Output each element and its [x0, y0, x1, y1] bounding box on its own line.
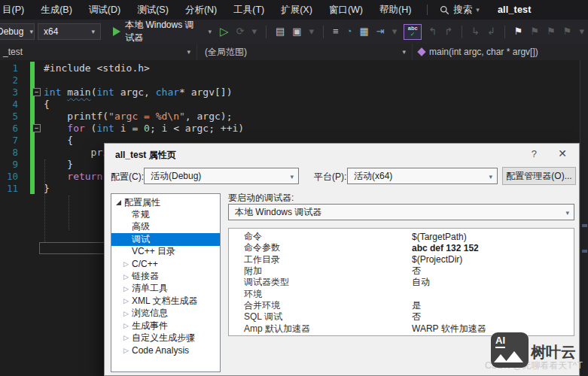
- search-caret-icon: ▾: [476, 6, 480, 14]
- tree-item-4[interactable]: VC++ 目录: [111, 246, 220, 258]
- tree-item-8[interactable]: ▷XML 文档生成器: [111, 295, 220, 307]
- property-row-6[interactable]: 合并环境是: [229, 300, 574, 311]
- code-token: #include <stdio.h>: [44, 62, 150, 74]
- tree-item-9[interactable]: ▷浏览信息: [111, 308, 220, 320]
- window-caret-icon[interactable]: ▾: [306, 20, 318, 43]
- expander-open-icon[interactable]: [116, 200, 121, 205]
- toolbar-separator: [323, 26, 324, 38]
- fold-column: −: [21, 124, 44, 132]
- tree-item-12[interactable]: ▷Code Analysis: [111, 344, 220, 356]
- package-icon[interactable]: ▦: [355, 20, 372, 43]
- bookmark-caret-icon[interactable]: ▾: [575, 20, 588, 43]
- tree-item-7[interactable]: ▷清单工具: [111, 283, 220, 295]
- tree-item-0[interactable]: 配置属性: [111, 196, 220, 208]
- next-bookmark-icon[interactable]: ⚑: [543, 20, 559, 43]
- abc-check-icon[interactable]: abc✓: [404, 24, 422, 40]
- tree-item-11[interactable]: ▷自定义生成步骤: [111, 332, 220, 344]
- tree-item-6[interactable]: ▷链接器: [111, 270, 220, 282]
- menu-item-2[interactable]: 调试(D): [81, 0, 129, 20]
- check-icon: ✓: [410, 32, 416, 38]
- tree-item-label: 浏览信息: [132, 307, 168, 320]
- prev-bookmark-icon[interactable]: ⚑: [527, 20, 544, 43]
- configuration-manager-button[interactable]: 配置管理器(O)...: [502, 167, 576, 185]
- dropdown-caret-icon: ▾: [187, 44, 190, 60]
- close-icon[interactable]: ✕: [558, 147, 567, 159]
- property-row-7[interactable]: SQL 调试否: [229, 311, 574, 323]
- tree-item-2[interactable]: 高级: [111, 221, 220, 233]
- exit-scope-icon[interactable]: ⇥: [373, 20, 388, 43]
- tree-item-5[interactable]: ▷C/C++: [111, 258, 220, 270]
- property-row-4[interactable]: 调试器类型自动: [229, 277, 574, 288]
- configuration-dropdown[interactable]: 活动(Debug)▾: [144, 168, 299, 184]
- help-button[interactable]: ?: [532, 148, 537, 159]
- expander-closed-icon[interactable]: ▷: [123, 260, 132, 268]
- platform-dropdown[interactable]: 活动(x64)▾: [347, 168, 498, 184]
- project-scope-dropdown[interactable]: _test ▾: [0, 44, 197, 60]
- line-number: 7: [0, 135, 21, 146]
- attach-caret-icon[interactable]: ▾: [248, 20, 260, 43]
- expander-closed-icon[interactable]: ▷: [123, 273, 132, 280]
- property-row-5[interactable]: 环境: [229, 288, 574, 299]
- expander-closed-icon[interactable]: ▷: [123, 297, 132, 305]
- step-into-icon[interactable]: ↰: [425, 20, 440, 43]
- open-file-icon[interactable]: ▤: [272, 20, 288, 43]
- member-dropdown[interactable]: main(int argc, char * argv[]): [413, 44, 588, 60]
- menu-item-5[interactable]: 工具(T): [225, 0, 273, 20]
- step-out-icon[interactable]: ↳: [468, 20, 483, 43]
- menu-item-8[interactable]: 帮助(H): [371, 0, 419, 20]
- expander-closed-icon[interactable]: ▷: [123, 347, 132, 354]
- start-debugging-button[interactable]: 本地 Windows 调试器 ▾: [113, 20, 212, 44]
- solution-platform-dropdown[interactable]: x64▾: [38, 23, 101, 40]
- editor-scrollbar[interactable]: [580, 60, 588, 376]
- code-line-3[interactable]: 3−int main(int argc, char* argv[]): [0, 86, 580, 98]
- property-value: WARP 软件加速器: [412, 323, 486, 335]
- expander-closed-icon[interactable]: ▷: [123, 322, 132, 329]
- search-control[interactable]: 搜索 ▾: [435, 4, 484, 17]
- debugger-dropdown[interactable]: 本地 Windows 调试器▾: [228, 204, 574, 220]
- step-over-icon[interactable]: ↱: [440, 20, 456, 43]
- new-window-icon[interactable]: ▣: [288, 20, 305, 43]
- tree-item-10[interactable]: ▷生成事件: [111, 320, 220, 332]
- property-row-1[interactable]: 命令参数abc def 132 152: [229, 242, 574, 253]
- code-token: 0: [144, 123, 150, 134]
- collapse-icon[interactable]: −: [32, 88, 41, 96]
- method-icon: [417, 47, 425, 56]
- tree-item-label: 常规: [132, 208, 150, 221]
- code-line-5[interactable]: 5 printf("argc = %d\n", argc);: [0, 110, 580, 122]
- tree-item-1[interactable]: 常规: [111, 208, 220, 220]
- tree-item-label: 调试: [132, 233, 150, 246]
- attach-process-icon[interactable]: ⟳: [232, 20, 248, 43]
- code-token: argc,: [114, 86, 156, 98]
- property-row-0[interactable]: 命令$(TargetPath): [229, 231, 574, 242]
- list-members-icon[interactable]: ≡: [329, 20, 343, 43]
- menu-item-3[interactable]: 测试(S): [129, 0, 177, 20]
- tree-item-3[interactable]: 调试: [111, 233, 220, 245]
- code-line-1[interactable]: 1#include <stdio.h>: [0, 62, 580, 74]
- menu-item-7[interactable]: 窗口(W): [321, 0, 371, 20]
- start-without-debugging-icon[interactable]: ▷: [216, 20, 233, 43]
- code-line-2[interactable]: 2: [0, 74, 580, 86]
- step-back-icon[interactable]: ↲: [483, 20, 499, 43]
- property-name: Amp 默认加速器: [229, 323, 412, 335]
- type-scope-dropdown[interactable]: (全局范围) ▾: [197, 44, 413, 60]
- exit-caret-icon[interactable]: ▾: [388, 20, 401, 43]
- property-row-2[interactable]: 工作目录$(ProjectDir): [229, 254, 574, 265]
- menu-item-4[interactable]: 分析(N): [177, 0, 225, 20]
- code-line-4[interactable]: 4{: [0, 98, 580, 110]
- expander-closed-icon[interactable]: ▷: [123, 285, 132, 293]
- expander-closed-icon[interactable]: ▷: [123, 334, 132, 341]
- bookmark-icon[interactable]: ⚑: [510, 20, 527, 43]
- tree-item-label: 配置属性: [124, 196, 160, 209]
- solution-configuration-dropdown[interactable]: Debug▾: [0, 23, 35, 40]
- configuration-label: 配置(C):: [111, 171, 144, 183]
- menu-item-0[interactable]: 目(P): [0, 0, 32, 20]
- expander-closed-icon[interactable]: ▷: [123, 310, 132, 317]
- clear-bookmarks-icon[interactable]: ⚑: [559, 20, 576, 43]
- menu-item-1[interactable]: 生成(B): [32, 0, 81, 20]
- menu-item-6[interactable]: 扩展(X): [273, 0, 321, 20]
- property-row-3[interactable]: 附加否: [229, 265, 574, 277]
- performance-icon[interactable]: ◔: [343, 20, 356, 43]
- code-line-6[interactable]: 6− for (int i = 0; i < argc; ++i): [0, 122, 580, 134]
- collapse-icon[interactable]: −: [32, 124, 41, 132]
- property-value: 自动: [412, 276, 430, 289]
